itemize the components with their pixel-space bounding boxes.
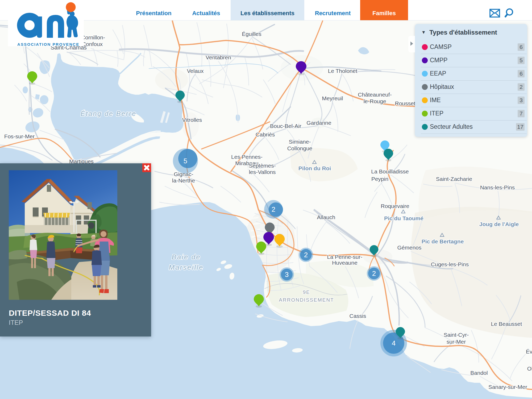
svg-text:ARRONDISSEMENT: ARRONDISSEMENT xyxy=(279,297,334,303)
svg-text:Joug de l'Aigle: Joug de l'Aigle xyxy=(479,221,519,227)
svg-text:Baie de: Baie de xyxy=(172,253,201,261)
svg-text:Cornillon-: Cornillon- xyxy=(81,34,105,40)
svg-text:Marseille: Marseille xyxy=(169,263,203,271)
svg-text:Peypin: Peypin xyxy=(371,176,388,182)
svg-text:Étang de Berre: Étang de Berre xyxy=(81,110,136,117)
svg-text:Le Beausset: Le Beausset xyxy=(491,321,522,327)
svg-text:Ventabren: Ventabren xyxy=(206,54,231,60)
svg-text:Bandol: Bandol xyxy=(470,370,488,376)
svg-text:Velaux: Velaux xyxy=(187,68,204,74)
svg-text:Le Tholonet: Le Tholonet xyxy=(328,68,358,74)
svg-text:Saint-Cyr-: Saint-Cyr- xyxy=(444,332,469,338)
svg-text:Rousset: Rousset xyxy=(395,100,415,106)
svg-text:Simiane-: Simiane- xyxy=(289,139,311,145)
svg-text:Fos-sur-Mer: Fos-sur-Mer xyxy=(4,133,35,139)
svg-text:Roquevaire: Roquevaire xyxy=(381,203,409,209)
svg-text:Gémenos: Gémenos xyxy=(397,244,421,251)
svg-text:Les Pennes-: Les Pennes- xyxy=(231,154,263,160)
svg-text:Sanary-sur-Mer: Sanary-sur-Mer xyxy=(488,384,527,390)
svg-text:Confoux: Confoux xyxy=(82,41,103,47)
svg-text:sur-Mer: sur-Mer xyxy=(447,339,466,345)
svg-text:Gardanne: Gardanne xyxy=(306,120,331,126)
svg-text:Pic du Taoumé: Pic du Taoumé xyxy=(384,215,423,221)
svg-text:Pilon du Roi: Pilon du Roi xyxy=(298,165,331,171)
svg-text:Huveaune: Huveaune xyxy=(332,260,358,266)
svg-text:Bouc-Bel-Air: Bouc-Bel-Air xyxy=(270,123,301,129)
svg-text:le-Rouge: le-Rouge xyxy=(363,98,386,104)
svg-text:Vitrolles: Vitrolles xyxy=(182,117,202,123)
svg-text:les-Vallons: les-Vallons xyxy=(249,169,276,175)
svg-text:Collongue: Collongue xyxy=(287,145,313,151)
svg-text:Pic de Bertagne: Pic de Bertagne xyxy=(422,238,464,244)
svg-text:Évenos: Évenos xyxy=(526,348,532,355)
svg-text:5: 5 xyxy=(184,157,187,165)
svg-text:Meyreuil: Meyreuil xyxy=(322,95,343,101)
svg-text:3: 3 xyxy=(285,271,289,279)
svg-text:La Penne-sur-: La Penne-sur- xyxy=(327,254,362,260)
svg-text:2: 2 xyxy=(304,251,308,259)
svg-text:Saint-Zacharie: Saint-Zacharie xyxy=(436,176,472,182)
svg-text:2: 2 xyxy=(372,269,376,277)
svg-text:Ollioules: Ollioules xyxy=(527,365,532,372)
svg-text:2: 2 xyxy=(272,205,275,213)
svg-text:Éguilles: Éguilles xyxy=(242,31,261,37)
svg-text:4: 4 xyxy=(392,339,396,347)
svg-text:ASSOCIATION PROVENCE: ASSOCIATION PROVENCE xyxy=(17,42,79,46)
svg-text:Châteauneuf-: Châteauneuf- xyxy=(358,92,392,98)
svg-text:Nans-les-Pins: Nans-les-Pins xyxy=(480,184,515,190)
svg-text:la-Nerthe: la-Nerthe xyxy=(172,177,195,184)
svg-text:Allauch: Allauch xyxy=(317,214,335,220)
svg-text:La Bouilladisse: La Bouilladisse xyxy=(371,168,409,174)
svg-text:Cabriès: Cabriès xyxy=(256,131,275,138)
svg-text:Cassis: Cassis xyxy=(349,313,366,319)
svg-text:Cuges-les-Pins: Cuges-les-Pins xyxy=(431,261,469,267)
svg-text:9E: 9E xyxy=(303,289,310,295)
svg-text:Septèmes-: Septèmes- xyxy=(249,163,276,169)
